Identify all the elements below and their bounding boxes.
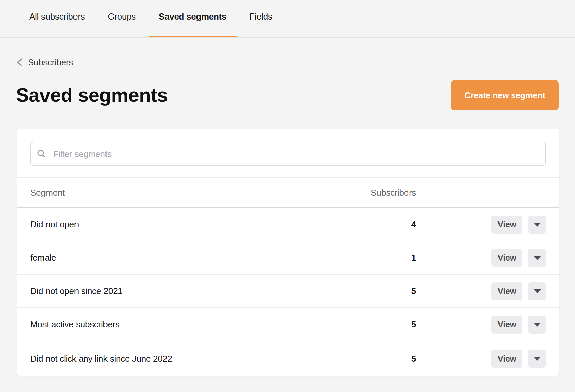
segment-name: Did not click any link since June 2022	[30, 354, 351, 364]
column-header-subscribers: Subscribers	[351, 188, 416, 198]
view-button[interactable]: View	[491, 316, 522, 334]
tab-label: Saved segments	[159, 11, 226, 22]
segment-name: Did not open	[30, 219, 351, 230]
row-dropdown-button[interactable]	[528, 350, 546, 368]
segment-name: female	[30, 253, 351, 263]
segment-row: Did not click any link since June 2022 5…	[17, 341, 559, 376]
breadcrumb-back-link[interactable]: Subscribers	[15, 58, 73, 67]
tab-all-subscribers[interactable]: All subscribers	[19, 0, 95, 37]
filter-segments-field[interactable]	[30, 142, 546, 166]
caret-down-icon	[534, 223, 541, 227]
filter-segments-input[interactable]	[53, 142, 545, 165]
segment-rows: Did not open 4 View female 1 View Did no…	[17, 208, 559, 376]
segment-name: Most active subscribers	[30, 319, 351, 330]
caret-down-icon	[534, 357, 541, 361]
tab-label: All subscribers	[29, 11, 85, 22]
row-dropdown-button[interactable]	[528, 316, 546, 334]
active-tab-underline	[149, 36, 237, 37]
view-button[interactable]: View	[491, 216, 522, 234]
subscriber-count: 4	[351, 219, 416, 230]
search-icon	[37, 149, 46, 158]
segment-row: female 1 View	[17, 241, 559, 275]
subscriber-count: 1	[351, 253, 416, 263]
segment-row: Did not open 4 View	[17, 208, 559, 241]
segment-name: Did not open since 2021	[30, 286, 351, 296]
view-button[interactable]: View	[491, 350, 522, 368]
tab-label: Fields	[249, 11, 272, 22]
segment-row: Most active subscribers 5 View	[17, 308, 559, 341]
segment-row: Did not open since 2021 5 View	[17, 275, 559, 308]
segments-card: Segment Subscribers Did not open 4 View …	[17, 129, 559, 376]
view-button[interactable]: View	[491, 282, 522, 300]
tab-groups[interactable]: Groups	[98, 0, 146, 37]
caret-down-icon	[534, 289, 541, 293]
create-new-segment-button[interactable]: Create new segment	[451, 80, 559, 110]
tab-list: All subscribers Groups Saved segments Fi…	[19, 0, 282, 37]
subscriber-count: 5	[351, 319, 416, 330]
tab-saved-segments[interactable]: Saved segments	[149, 0, 237, 37]
table-header-row: Segment Subscribers	[17, 178, 559, 208]
row-dropdown-button[interactable]	[528, 216, 546, 234]
breadcrumb-label: Subscribers	[28, 58, 73, 67]
subscriber-count: 5	[351, 286, 416, 296]
subscriber-count: 5	[351, 354, 416, 364]
subscribers-tab-bar: All subscribers Groups Saved segments Fi…	[0, 0, 575, 38]
row-dropdown-button[interactable]	[528, 249, 546, 267]
row-dropdown-button[interactable]	[528, 282, 546, 300]
caret-down-icon	[534, 256, 541, 260]
tab-label: Groups	[108, 11, 136, 22]
page-title: Saved segments	[16, 85, 168, 105]
column-header-segment: Segment	[30, 188, 351, 198]
view-button[interactable]: View	[491, 249, 522, 267]
tab-fields[interactable]: Fields	[239, 0, 282, 37]
caret-down-icon	[534, 323, 541, 327]
chevron-left-icon	[15, 58, 25, 67]
filter-section	[17, 129, 559, 166]
